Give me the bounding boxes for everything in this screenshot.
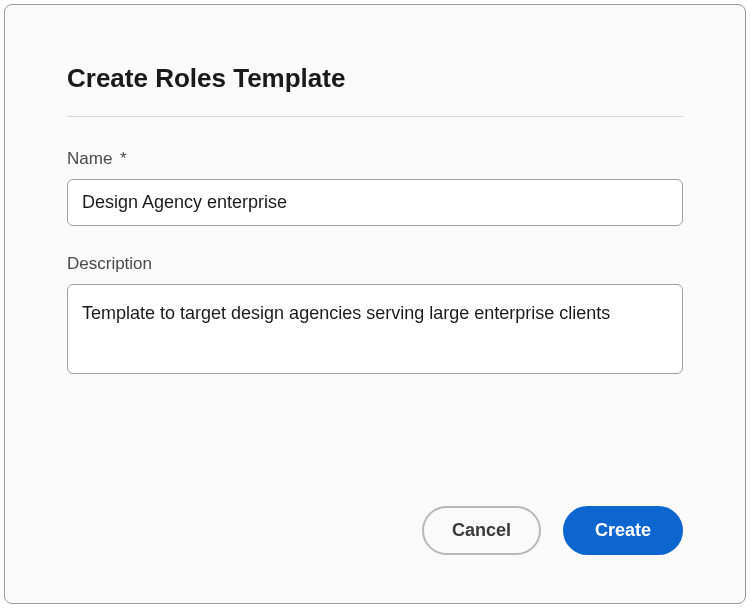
name-label: Name * (67, 149, 683, 169)
description-label: Description (67, 254, 683, 274)
cancel-button[interactable]: Cancel (422, 506, 541, 555)
dialog-title: Create Roles Template (67, 63, 683, 94)
dialog-actions: Cancel Create (67, 506, 683, 563)
create-roles-template-dialog: Create Roles Template Name * Description… (4, 4, 746, 604)
create-button[interactable]: Create (563, 506, 683, 555)
description-input[interactable]: Template to target design agencies servi… (67, 284, 683, 374)
description-field-group: Description Template to target design ag… (67, 254, 683, 378)
required-asterisk-icon: * (120, 149, 127, 168)
name-field-group: Name * (67, 149, 683, 226)
divider (67, 116, 683, 117)
name-label-text: Name (67, 149, 112, 168)
name-input[interactable] (67, 179, 683, 226)
